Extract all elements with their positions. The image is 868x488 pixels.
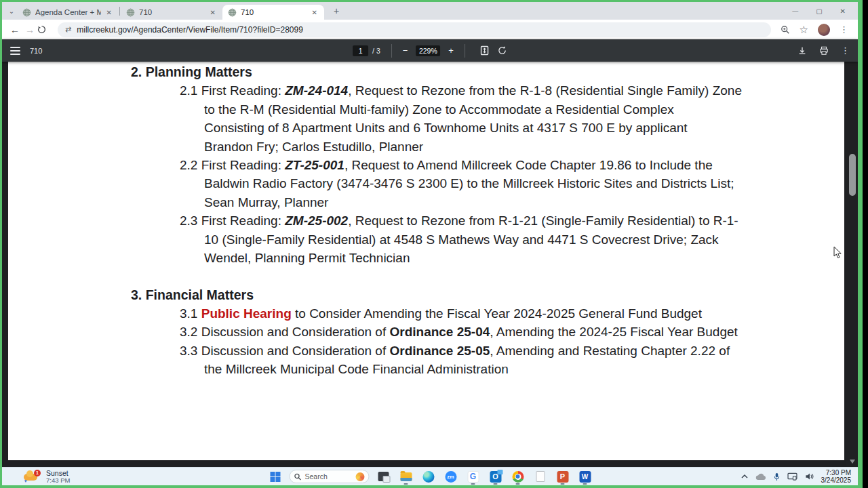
google-icon: G — [467, 471, 479, 483]
minimize-button[interactable]: — — [792, 7, 798, 14]
browser-tab[interactable]: Agenda Center + Millcreek, UT✕ — [17, 5, 119, 20]
vertical-scrollbar[interactable] — [846, 62, 858, 467]
tab-title: 710 — [241, 8, 307, 16]
zoom-app-button[interactable]: zm — [443, 468, 459, 485]
url-text: millcreekut.gov/AgendaCenter/ViewFile/It… — [77, 25, 303, 35]
doc-line: 2.1 First Reading: ZM-24-014, Request to… — [131, 81, 742, 100]
toolbar-divider — [465, 44, 465, 58]
powerpoint-button[interactable]: P — [555, 468, 571, 485]
powerpoint-icon: P — [557, 471, 568, 483]
browser-tab[interactable]: 710✕ — [222, 5, 324, 20]
tray-chevron-icon[interactable] — [741, 474, 748, 479]
search-placeholder: Search — [305, 472, 353, 481]
pdf-document-title: 710 — [30, 47, 42, 55]
task-view-button[interactable] — [376, 468, 392, 485]
doc-line: Baldwin Radio Factory (3474-3476 S 2300 … — [131, 174, 742, 192]
browser-navbar: ← → ⇄ millcreekut.gov/AgendaCenter/ViewF… — [2, 20, 858, 39]
taskbar-center-icons: Search zm G O P W — [267, 468, 593, 485]
tab-close-icon[interactable]: ✕ — [311, 9, 319, 16]
system-tray: 7:30 PM 3/24/2025 — [741, 469, 852, 484]
bookmark-star-icon[interactable]: ☆ — [800, 24, 808, 36]
start-button[interactable] — [267, 468, 283, 485]
agenda-document: 2. Planning Matters2.1 First Reading: ZM… — [131, 63, 742, 379]
doc-line: 2.2 First Reading: ZT-25-001, Request to… — [131, 156, 742, 174]
browser-tab[interactable]: 710✕ — [121, 5, 222, 20]
pdf-more-menu-icon[interactable]: ⋮ — [841, 45, 850, 56]
close-button[interactable]: ✕ — [840, 7, 846, 15]
download-icon[interactable] — [797, 46, 807, 56]
pdf-page: 2. Planning Matters2.1 First Reading: ZM… — [8, 62, 844, 460]
zoom-in-button[interactable]: + — [444, 45, 458, 56]
zoom-level-input[interactable]: 229% — [416, 45, 440, 56]
outlook-button[interactable]: O — [488, 468, 504, 485]
page-zoom-icon[interactable] — [781, 25, 790, 35]
windows-logo-icon — [270, 472, 280, 482]
tabs-container: Agenda Center + Millcreek, UT✕710✕710✕ — [17, 2, 324, 20]
scrollbar-thumb[interactable] — [849, 154, 856, 196]
taskbar-search-box[interactable]: Search — [290, 470, 370, 483]
browser-menu-icon[interactable]: ⋮ — [840, 24, 848, 35]
globe-favicon-icon — [228, 8, 237, 17]
rotate-icon[interactable] — [497, 45, 507, 56]
toolbar-divider — [391, 44, 392, 58]
chrome-button[interactable] — [510, 468, 526, 485]
doc-line: 10 (Single-Family Residential) at 4548 S… — [131, 230, 742, 249]
page-count-label: / 3 — [372, 47, 380, 55]
print-icon[interactable] — [819, 46, 829, 56]
navbar-right-icons: ☆ ⋮ — [776, 24, 852, 36]
pdf-content-area: 2. Planning Matters2.1 First Reading: ZM… — [2, 62, 858, 467]
back-button[interactable]: ← — [7, 24, 22, 35]
edge-button[interactable] — [420, 468, 437, 485]
task-view-icon — [378, 472, 389, 481]
tab-close-icon[interactable]: ✕ — [105, 9, 113, 16]
cast-screen-icon[interactable] — [787, 472, 797, 481]
window-controls: — ▢ ✕ — [792, 7, 854, 15]
word-icon: W — [579, 471, 591, 483]
taskbar-clock[interactable]: 7:30 PM 3/24/2025 — [821, 469, 852, 484]
reload-button[interactable] — [37, 25, 52, 34]
tab-close-icon[interactable]: ✕ — [209, 9, 217, 16]
weather-chevron-icon: ▾ — [24, 479, 27, 483]
scrollbar-down-arrow[interactable] — [850, 460, 855, 464]
doc-line: 3.3 Discussion and Consideration of Ordi… — [131, 342, 742, 360]
chrome-icon — [512, 471, 524, 483]
fit-page-icon[interactable] — [480, 45, 489, 56]
forward-button[interactable]: → — [22, 24, 37, 35]
search-highlights-icon[interactable] — [356, 472, 365, 481]
file-explorer-button[interactable] — [398, 468, 414, 485]
edge-icon — [422, 471, 434, 483]
doc-line: Sean Murray, Planner — [131, 193, 742, 211]
onedrive-cloud-icon[interactable] — [755, 473, 766, 481]
doc-line: Consisting of 8 Apartment Units and 6 To… — [131, 119, 742, 137]
doc-section-heading: 2. Planning Matters — [131, 63, 742, 81]
outlook-icon: O — [490, 471, 501, 483]
notification-badge: 1 — [34, 470, 41, 476]
page-number-input[interactable] — [353, 45, 368, 56]
zoom-app-icon: zm — [445, 471, 456, 483]
tab-search-chevron-icon[interactable]: ⌄ — [6, 7, 17, 15]
clock-time: 7:30 PM — [821, 469, 852, 476]
word-button[interactable]: W — [577, 468, 593, 485]
search-icon — [294, 473, 302, 481]
zoom-out-button[interactable]: − — [399, 45, 412, 56]
speaker-icon[interactable] — [805, 472, 814, 481]
google-button[interactable]: G — [465, 468, 481, 485]
address-bar[interactable]: ⇄ millcreekut.gov/AgendaCenter/ViewFile/… — [58, 22, 771, 37]
weather-title: Sunset — [46, 470, 70, 477]
new-tab-button[interactable]: + — [330, 5, 343, 16]
tab-title: Agenda Center + Millcreek, UT — [35, 8, 101, 16]
tab-title: 710 — [139, 8, 205, 16]
maximize-button[interactable]: ▢ — [816, 7, 822, 15]
notepad-button[interactable] — [532, 468, 549, 485]
doc-line: 2.3 First Reading: ZM-25-002, Request to… — [131, 211, 742, 230]
site-info-icon[interactable]: ⇄ — [65, 25, 71, 34]
pdf-menu-icon[interactable] — [10, 47, 20, 55]
pdf-toolbar-right: ⋮ — [797, 45, 850, 56]
globe-favicon-icon — [126, 8, 135, 17]
profile-avatar[interactable] — [818, 24, 830, 36]
doc-line: Brandon Fry; Carlos Estudillo, Planner — [131, 138, 742, 156]
weather-widget[interactable]: 1 ▾ Sunset 7:43 PM — [24, 470, 70, 484]
microphone-icon[interactable] — [774, 472, 780, 481]
pdf-page-zoom-controls: / 3 − 229% + — [353, 44, 507, 58]
doc-line: the Millcreek Municipal Code Financial A… — [131, 360, 742, 378]
